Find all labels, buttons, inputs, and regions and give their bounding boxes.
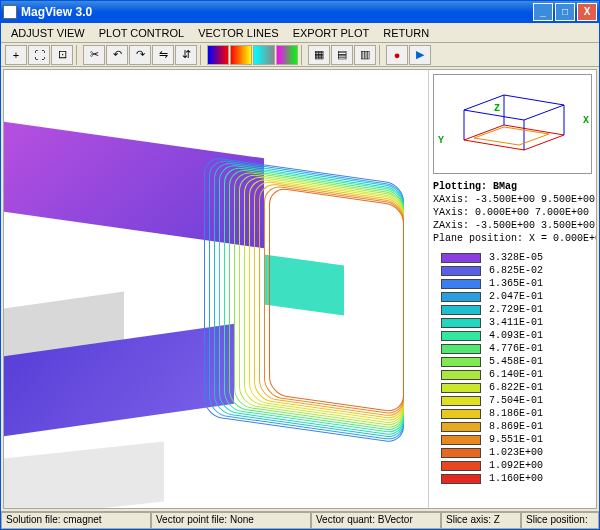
orientation-wireframe [454, 90, 574, 160]
legend-swatch [441, 409, 481, 419]
status-slicepos: Slice position: [521, 512, 599, 529]
legend-row: 7.504E-01 [433, 394, 592, 407]
legend-value: 2.047E-01 [489, 291, 543, 302]
status-sliceaxis: Slice axis: Z [441, 512, 521, 529]
legend-value: 1.023E+00 [489, 447, 543, 458]
legend-swatch [441, 292, 481, 302]
zaxis-min: -3.500E+00 [475, 220, 535, 231]
yaxis-min: 0.000E+00 [475, 207, 529, 218]
legend-value: 6.822E-01 [489, 382, 543, 393]
legend-value: 3.411E-01 [489, 317, 543, 328]
palette-c-icon[interactable] [253, 45, 275, 65]
legend-row: 5.458E-01 [433, 355, 592, 368]
xaxis-max: 9.500E+00 [541, 194, 595, 205]
export-b-icon[interactable]: ▤ [331, 45, 353, 65]
legend-swatch [441, 448, 481, 458]
legend-value: 8.869E-01 [489, 421, 543, 432]
legend-row: 8.869E-01 [433, 420, 592, 433]
minimize-button[interactable]: _ [533, 3, 553, 21]
xaxis-min: -3.500E+00 [475, 194, 535, 205]
legend-swatch [441, 474, 481, 484]
orientation-cube[interactable]: X Y Z [433, 74, 592, 174]
rotate-left-icon[interactable]: ↶ [106, 45, 128, 65]
legend-row: 2.729E-01 [433, 303, 592, 316]
coil-turn [269, 187, 404, 414]
legend-row: 2.047E-01 [433, 290, 592, 303]
yoke-floor [4, 442, 164, 508]
crosshair-icon[interactable]: + [5, 45, 27, 65]
legend-swatch [441, 435, 481, 445]
3d-scene [4, 70, 428, 508]
svg-marker-1 [464, 95, 564, 120]
legend-value: 3.328E-05 [489, 252, 543, 263]
svg-marker-6 [474, 127, 549, 145]
legend-row: 6.825E-02 [433, 264, 592, 277]
app-window: MagView 3.0 _ □ X ADJUST VIEW PLOT CONTR… [0, 0, 600, 530]
coil-windings [204, 170, 404, 430]
toolbar-separator [379, 45, 383, 65]
status-bar: Solution file: cmagnet Vector point file… [1, 511, 599, 529]
window-title: MagView 3.0 [21, 5, 533, 19]
plotting-label: Plotting: [433, 181, 487, 192]
plotting-value: BMag [493, 181, 517, 192]
menu-export-plot[interactable]: EXPORT PLOT [287, 25, 376, 41]
legend-swatch [441, 253, 481, 263]
zaxis-label: ZAxis: [433, 220, 469, 231]
menu-bar: ADJUST VIEW PLOT CONTROL VECTOR LINES EX… [1, 23, 599, 43]
legend-row: 1.092E+00 [433, 459, 592, 472]
plane-label: Plane position: [433, 233, 523, 244]
status-vquant: Vector quant: BVector [311, 512, 441, 529]
legend-value: 1.160E+00 [489, 473, 543, 484]
legend-value: 2.729E-01 [489, 304, 543, 315]
zaxis-max: 3.500E+00 [541, 220, 595, 231]
legend-row: 4.776E-01 [433, 342, 592, 355]
axis-x-label: X [583, 115, 589, 126]
app-icon [3, 5, 17, 19]
legend-swatch [441, 279, 481, 289]
flip-v-icon[interactable]: ⇵ [175, 45, 197, 65]
toolbar-separator [76, 45, 80, 65]
legend-swatch [441, 383, 481, 393]
maximize-button[interactable]: □ [555, 3, 575, 21]
menu-return[interactable]: RETURN [377, 25, 435, 41]
expand-icon[interactable]: ⛶ [28, 45, 50, 65]
legend-row: 4.093E-01 [433, 329, 592, 342]
export-c-icon[interactable]: ▥ [354, 45, 376, 65]
toolbar-separator [200, 45, 204, 65]
legend-swatch [441, 422, 481, 432]
legend-row: 3.411E-01 [433, 316, 592, 329]
scissors-icon[interactable]: ✂ [83, 45, 105, 65]
record-icon[interactable]: ● [386, 45, 408, 65]
contract-icon[interactable]: ⊡ [51, 45, 73, 65]
window-buttons: _ □ X [533, 3, 597, 21]
export-a-icon[interactable]: ▦ [308, 45, 330, 65]
title-bar[interactable]: MagView 3.0 _ □ X [1, 1, 599, 23]
menu-plot-control[interactable]: PLOT CONTROL [93, 25, 190, 41]
legend-value: 1.365E-01 [489, 278, 543, 289]
yaxis-label: YAxis: [433, 207, 469, 218]
palette-a-icon[interactable] [207, 45, 229, 65]
palette-d-icon[interactable] [276, 45, 298, 65]
palette-b-icon[interactable] [230, 45, 252, 65]
legend-row: 1.023E+00 [433, 446, 592, 459]
menu-adjust-view[interactable]: ADJUST VIEW [5, 25, 91, 41]
legend-row: 9.551E-01 [433, 433, 592, 446]
play-icon[interactable]: ▶ [409, 45, 431, 65]
flip-h-icon[interactable]: ⇋ [152, 45, 174, 65]
plot-info: Plotting: BMag XAxis: -3.500E+00 9.500E+… [433, 180, 592, 245]
rotate-right-icon[interactable]: ↷ [129, 45, 151, 65]
legend-value: 8.186E-01 [489, 408, 543, 419]
3d-viewport[interactable] [4, 70, 428, 508]
legend-row: 6.822E-01 [433, 381, 592, 394]
axis-y-label: Y [438, 135, 444, 146]
menu-vector-lines[interactable]: VECTOR LINES [192, 25, 285, 41]
legend-swatch [441, 396, 481, 406]
toolbar: + ⛶ ⊡ ✂ ↶ ↷ ⇋ ⇵ ▦ ▤ ▥ ● ▶ [1, 43, 599, 67]
plane-value: X = 0.000E+00 [529, 233, 597, 244]
color-legend: 3.328E-056.825E-021.365E-012.047E-012.72… [433, 251, 592, 504]
legend-value: 4.093E-01 [489, 330, 543, 341]
legend-swatch [441, 318, 481, 328]
content-area: X Y Z Plotting: BMag XAxis: -3.500E+00 9… [3, 69, 597, 509]
close-button[interactable]: X [577, 3, 597, 21]
legend-row: 8.186E-01 [433, 407, 592, 420]
